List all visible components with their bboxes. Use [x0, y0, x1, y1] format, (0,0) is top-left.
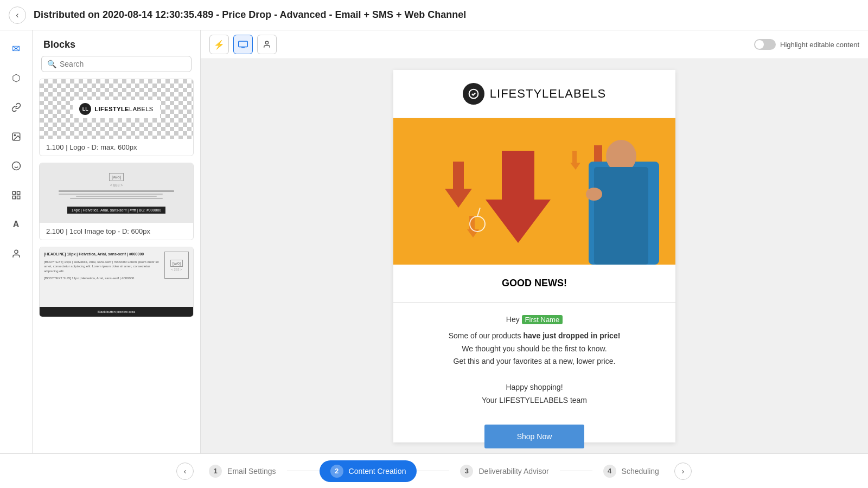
- page-title: Distributed on 2020-08-14 12:30:35.489 -…: [34, 9, 466, 21]
- editor-toolbar: ⚡ Highlight editable content: [201, 30, 868, 59]
- block2-lines: [59, 189, 175, 202]
- svg-rect-6: [17, 191, 20, 194]
- person-button[interactable]: [257, 35, 277, 54]
- blocks-panel: Blocks 🔍 LL LIFESTYLELABELS 1.100 | Logo…: [33, 30, 201, 453]
- body-line2: We thought you should be the first to kn…: [404, 343, 665, 356]
- step-3-label: Deliverability Advisor: [478, 467, 548, 476]
- step-2-label: Content Creation: [349, 467, 406, 476]
- sidebar-item-image[interactable]: [7, 127, 26, 146]
- wizard-bar: ‹ 1 Email Settings 2 Content Creation 3 …: [0, 453, 868, 488]
- good-news-title: GOOD NEWS!: [404, 278, 665, 289]
- body-line3: Get this and your favorites at a new, lo…: [404, 355, 665, 368]
- editor-area: ⚡ Highlight editable content: [201, 30, 868, 453]
- block2-btn-preview: 14px | Helvetica, Arial, sans-serif | #f…: [67, 207, 165, 214]
- step-connector-1: [287, 471, 320, 471]
- email-cta: Shop Now: [393, 418, 675, 453]
- greeting-text: Hey: [506, 315, 522, 324]
- step-connector-2: [417, 471, 449, 471]
- step-2-num: 2: [330, 465, 343, 478]
- block-2-thumbnail: [w/o] < 888 > 14px | Helvetica, Arial, s…: [40, 163, 193, 223]
- desktop-button[interactable]: [233, 35, 253, 54]
- highlight-label: Highlight editable content: [780, 41, 859, 49]
- email-body-text: Hey First Name Some of our products have…: [393, 303, 675, 418]
- sidebar-item-email[interactable]: ✉: [7, 39, 26, 59]
- step-connector-3: [560, 471, 592, 471]
- sidebar-item-translate[interactable]: A: [7, 215, 26, 234]
- email-logo-circle: [463, 83, 484, 105]
- top-bar: ‹ Distributed on 2020-08-14 12:30:35.489…: [0, 0, 868, 30]
- sidebar-item-user[interactable]: [7, 244, 26, 264]
- svg-rect-27: [594, 167, 648, 265]
- back-button[interactable]: ‹: [9, 7, 26, 24]
- svg-point-1: [14, 134, 15, 136]
- email-logo-header: LIFESTYLELABELS: [393, 70, 675, 118]
- block2-icon: [w/o]: [109, 173, 124, 181]
- icon-sidebar: ✉ ⬡ A: [0, 30, 33, 453]
- block-1-label: 1.100 | Logo - D: max. 600px: [40, 139, 193, 156]
- step-3-num: 3: [460, 465, 473, 478]
- wizard-step-2[interactable]: 2 Content Creation: [320, 460, 417, 482]
- svg-rect-7: [17, 196, 20, 199]
- block1-logo-text: LIFESTYLELABELS: [94, 106, 153, 112]
- step-4-label: Scheduling: [622, 467, 659, 476]
- lightning-button[interactable]: ⚡: [209, 35, 229, 54]
- svg-rect-5: [12, 191, 15, 194]
- wizard-prev-button[interactable]: ‹: [176, 463, 194, 480]
- step-1-num: 1: [209, 465, 222, 478]
- editor-content: LIFESTYLELABELS: [201, 59, 868, 453]
- main-area: ✉ ⬡ A Blocks 🔍 LL: [0, 30, 868, 453]
- email-preview: LIFESTYLELABELS: [393, 70, 675, 442]
- body-line4: Happy shopping!: [404, 381, 665, 394]
- sidebar-item-shape[interactable]: ⬡: [7, 68, 26, 88]
- step-4-num: 4: [603, 465, 616, 478]
- wizard-steps: 1 Email Settings 2 Content Creation 3 De…: [198, 460, 670, 482]
- email-hero: [393, 118, 675, 265]
- block3-left: [HEADLINE] 18px | Helvetica, Arial, sans…: [44, 252, 161, 280]
- body-line1: Some of our products have just dropped i…: [404, 330, 665, 343]
- sidebar-item-layout[interactable]: [7, 185, 26, 205]
- block-1-thumbnail: LL LIFESTYLELABELS: [40, 79, 193, 139]
- wizard-step-4[interactable]: 4 Scheduling: [592, 460, 670, 482]
- block-3-thumbnail: [HEADLINE] 18px | Helvetica, Arial, sans…: [40, 247, 193, 307]
- svg-rect-10: [239, 41, 248, 47]
- block-item-3[interactable]: [HEADLINE] 18px | Helvetica, Arial, sans…: [39, 247, 194, 317]
- step-1-label: Email Settings: [227, 467, 276, 476]
- cta-button[interactable]: Shop Now: [484, 425, 585, 448]
- svg-point-9: [15, 250, 18, 253]
- body-line5: Your LIFESTYLELABELS team: [404, 394, 665, 407]
- wizard-step-3[interactable]: 3 Deliverability Advisor: [449, 460, 559, 482]
- svg-rect-8: [12, 196, 15, 199]
- greeting-line: Hey First Name: [404, 313, 665, 326]
- sidebar-item-palette[interactable]: [7, 156, 26, 176]
- wizard-next-button[interactable]: ›: [674, 463, 692, 480]
- block-item-1[interactable]: LL LIFESTYLELABELS 1.100 | Logo - D: max…: [39, 79, 194, 156]
- svg-point-12: [265, 41, 268, 44]
- svg-point-2: [12, 162, 20, 170]
- block1-logo-circle: LL: [79, 103, 91, 115]
- email-logo-text: LIFESTYLELABELS: [490, 87, 606, 101]
- email-logo: LIFESTYLELABELS: [463, 83, 606, 105]
- blocks-list: LL LIFESTYLELABELS 1.100 | Logo - D: max…: [33, 79, 200, 453]
- search-input[interactable]: [60, 60, 186, 68]
- search-icon: 🔍: [47, 60, 56, 68]
- email-good-news: GOOD NEWS!: [393, 265, 675, 303]
- wizard-step-1[interactable]: 1 Email Settings: [198, 460, 286, 482]
- toggle-switch[interactable]: [754, 39, 776, 50]
- blocks-header: Blocks: [33, 30, 200, 56]
- block3-right: [w/o] < 292 >: [164, 252, 189, 279]
- svg-point-13: [469, 89, 478, 99]
- firstname-badge: First Name: [522, 315, 563, 324]
- sidebar-item-link[interactable]: [7, 98, 26, 117]
- search-box[interactable]: 🔍: [41, 56, 192, 72]
- highlight-toggle[interactable]: Highlight editable content: [754, 39, 859, 50]
- block-item-2[interactable]: [w/o] < 888 > 14px | Helvetica, Arial, s…: [39, 163, 194, 240]
- block-2-label: 2.100 | 1col Image top - D: 600px: [40, 223, 193, 240]
- svg-point-28: [586, 188, 602, 201]
